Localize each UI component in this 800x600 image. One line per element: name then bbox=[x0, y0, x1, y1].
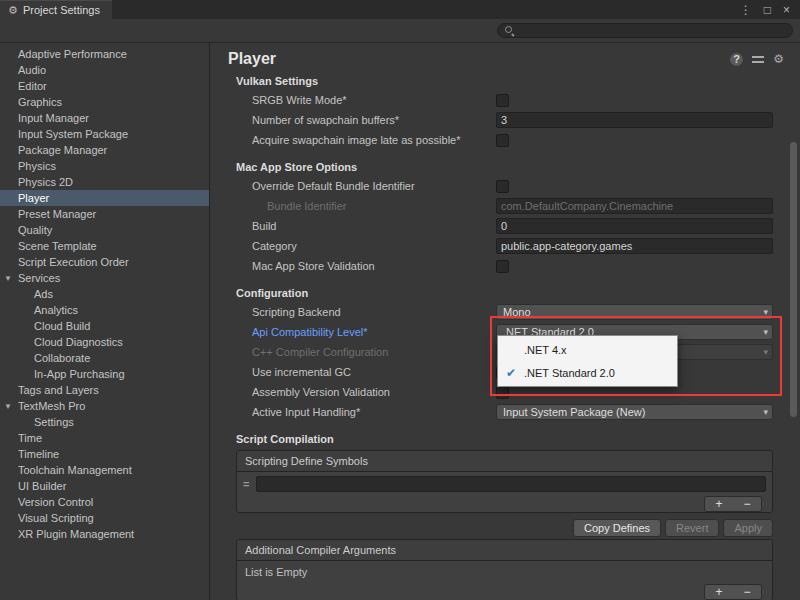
search-icon bbox=[504, 25, 515, 36]
remove-item-button[interactable]: − bbox=[743, 498, 750, 510]
sidebar-item-adaptive-performance[interactable]: Adaptive Performance bbox=[0, 46, 209, 62]
sidebar-item-graphics[interactable]: Graphics bbox=[0, 94, 209, 110]
sidebar-item-services[interactable]: ▼Services bbox=[0, 270, 209, 286]
sidebar-item-ads[interactable]: Ads bbox=[0, 286, 209, 302]
row-srgb-write-mode: SRGB Write Mode* bbox=[210, 90, 800, 110]
vertical-scrollbar[interactable] bbox=[789, 68, 798, 597]
row-scripting-backend: Scripting Backend Mono ▾ bbox=[210, 302, 800, 322]
swapchain-buffers-label: Number of swapchain buffers* bbox=[252, 114, 496, 126]
revert-button: Revert bbox=[665, 519, 719, 537]
sidebar-item-textmesh-pro[interactable]: ▼TextMesh Pro bbox=[0, 398, 209, 414]
drag-handle-icon[interactable]: = bbox=[243, 479, 249, 490]
swapchain-buffers-input[interactable] bbox=[496, 112, 773, 128]
defines-buttons-row: Copy Defines Revert Apply bbox=[210, 519, 800, 537]
menu-item-net-4x[interactable]: .NET 4.x bbox=[498, 338, 677, 361]
scripting-define-symbols-header: Scripting Define Symbols bbox=[237, 451, 772, 472]
sidebar-item-quality[interactable]: Quality bbox=[0, 222, 209, 238]
cpp-compiler-configuration-label: C++ Compiler Configuration bbox=[252, 346, 496, 358]
sidebar-item-package-manager[interactable]: Package Manager bbox=[0, 142, 209, 158]
sidebar-item-textmesh-pro-settings[interactable]: Settings bbox=[0, 414, 209, 430]
sidebar-item-player[interactable]: Player bbox=[0, 190, 209, 206]
sidebar-item-collaborate[interactable]: Collaborate bbox=[0, 350, 209, 366]
close-icon[interactable]: × bbox=[783, 4, 790, 16]
window-controls: ⋮ □ × bbox=[740, 0, 800, 19]
player-settings-panel: Player ? ⚙ Vulkan Settings SRGB Write Mo… bbox=[210, 42, 800, 600]
assembly-version-validation-checkbox[interactable] bbox=[496, 386, 509, 399]
sidebar-item-cloud-diagnostics[interactable]: Cloud Diagnostics bbox=[0, 334, 209, 350]
sidebar-item-ui-builder[interactable]: UI Builder bbox=[0, 478, 209, 494]
sidebar-item-version-control[interactable]: Version Control bbox=[0, 494, 209, 510]
build-input[interactable] bbox=[496, 218, 773, 234]
add-item-button[interactable]: + bbox=[715, 498, 722, 510]
menu-item-net-standard-2-0[interactable]: ✔ .NET Standard 2.0 bbox=[498, 361, 677, 384]
define-symbol-row: = bbox=[237, 472, 772, 496]
panel-gear-icon[interactable]: ⚙ bbox=[773, 52, 784, 66]
presets-icon[interactable] bbox=[752, 54, 764, 64]
define-symbols-footer: + − bbox=[237, 496, 772, 512]
sidebar-item-physics[interactable]: Physics bbox=[0, 158, 209, 174]
active-input-handling-label: Active Input Handling* bbox=[252, 406, 496, 418]
category-input[interactable] bbox=[496, 238, 773, 254]
add-item-button[interactable]: + bbox=[715, 586, 722, 598]
chevron-down-icon: ▾ bbox=[763, 308, 768, 317]
sidebar-item-preset-manager[interactable]: Preset Manager bbox=[0, 206, 209, 222]
sidebar-item-visual-scripting[interactable]: Visual Scripting bbox=[0, 510, 209, 526]
sidebar-item-tags-and-layers[interactable]: Tags and Layers bbox=[0, 382, 209, 398]
active-input-handling-dropdown[interactable]: Input System Package (New) ▾ bbox=[496, 404, 773, 420]
panel-header-icons: ? ⚙ bbox=[730, 52, 790, 66]
panel-header: Player ? ⚙ bbox=[210, 42, 800, 72]
toolbar bbox=[0, 19, 800, 43]
sidebar-item-xr-plugin-management[interactable]: XR Plugin Management bbox=[0, 526, 209, 542]
sidebar-item-script-execution-order[interactable]: Script Execution Order bbox=[0, 254, 209, 270]
active-input-handling-value: Input System Package (New) bbox=[503, 406, 763, 418]
search-box[interactable] bbox=[497, 23, 793, 38]
list-add-remove-bar: + − bbox=[704, 584, 762, 600]
scripting-backend-label: Scripting Backend bbox=[252, 306, 496, 318]
window-menu-icon[interactable]: ⋮ bbox=[740, 4, 752, 16]
row-build: Build bbox=[210, 216, 800, 236]
row-bundle-identifier: Bundle Identifier bbox=[210, 196, 800, 216]
sidebar-item-cloud-build[interactable]: Cloud Build bbox=[0, 318, 209, 334]
foldout-open-icon[interactable]: ▼ bbox=[4, 271, 18, 287]
srgb-write-mode-label: SRGB Write Mode* bbox=[252, 94, 496, 106]
sidebar-item-scene-template[interactable]: Scene Template bbox=[0, 238, 209, 254]
settings-gear-icon: ⚙ bbox=[8, 4, 18, 17]
tab-title: Project Settings bbox=[23, 4, 100, 16]
search-input[interactable] bbox=[515, 24, 786, 38]
maximize-icon[interactable]: □ bbox=[764, 4, 771, 16]
row-active-input-handling: Active Input Handling* Input System Pack… bbox=[210, 402, 800, 422]
build-label: Build bbox=[252, 220, 496, 232]
help-icon[interactable]: ? bbox=[730, 53, 743, 66]
row-swapchain-buffers: Number of swapchain buffers* bbox=[210, 110, 800, 130]
sidebar-item-input-system-package[interactable]: Input System Package bbox=[0, 126, 209, 142]
sidebar-item-in-app-purchasing[interactable]: In-App Purchasing bbox=[0, 366, 209, 382]
remove-item-button[interactable]: − bbox=[743, 586, 750, 598]
sidebar-item-analytics[interactable]: Analytics bbox=[0, 302, 209, 318]
srgb-write-mode-checkbox[interactable] bbox=[496, 94, 509, 107]
list-empty-label: List is Empty bbox=[237, 561, 772, 584]
sidebar-item-toolchain-management[interactable]: Toolchain Management bbox=[0, 462, 209, 478]
mac-app-store-validation-checkbox[interactable] bbox=[496, 260, 509, 273]
acquire-swapchain-late-checkbox[interactable] bbox=[496, 134, 509, 147]
mac-app-store-validation-label: Mac App Store Validation bbox=[252, 260, 496, 272]
foldout-open-icon[interactable]: ▼ bbox=[4, 399, 18, 415]
menu-item-label: .NET Standard 2.0 bbox=[524, 367, 615, 379]
sidebar-item-input-manager[interactable]: Input Manager bbox=[0, 110, 209, 126]
sidebar-item-timeline[interactable]: Timeline bbox=[0, 446, 209, 462]
tab-project-settings[interactable]: ⚙ Project Settings bbox=[0, 0, 112, 19]
settings-sidebar: Adaptive Performance Audio Editor Graphi… bbox=[0, 42, 210, 600]
override-bundle-identifier-checkbox[interactable] bbox=[496, 180, 509, 193]
scrollbar-thumb[interactable] bbox=[790, 142, 797, 417]
sidebar-item-physics-2d[interactable]: Physics 2D bbox=[0, 174, 209, 190]
section-mac-app-store-options: Mac App Store Options bbox=[210, 158, 800, 176]
scripting-backend-dropdown[interactable]: Mono ▾ bbox=[496, 304, 773, 320]
define-symbol-input[interactable] bbox=[256, 476, 766, 492]
bundle-identifier-input bbox=[496, 198, 773, 214]
section-configuration: Configuration bbox=[210, 284, 800, 302]
row-override-bundle-identifier: Override Default Bundle Identifier bbox=[210, 176, 800, 196]
check-icon: ✔ bbox=[498, 366, 524, 380]
copy-defines-button[interactable]: Copy Defines bbox=[573, 519, 661, 537]
sidebar-item-audio[interactable]: Audio bbox=[0, 62, 209, 78]
sidebar-item-time[interactable]: Time bbox=[0, 430, 209, 446]
sidebar-item-editor[interactable]: Editor bbox=[0, 78, 209, 94]
